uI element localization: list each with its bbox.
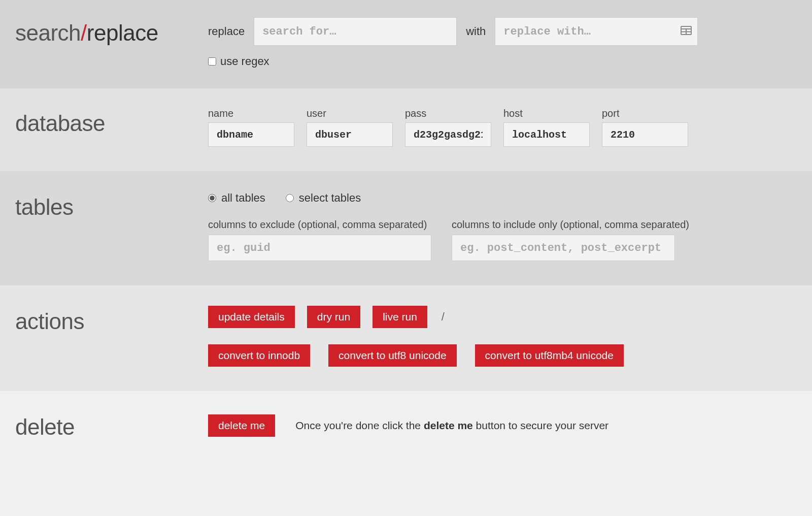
db-name-input[interactable] bbox=[208, 122, 294, 147]
db-field-port: port bbox=[602, 108, 688, 147]
db-field-user: user bbox=[307, 108, 393, 147]
logo-slash: / bbox=[81, 20, 87, 45]
section-actions: actions update details dry run live run … bbox=[0, 285, 812, 391]
regex-checkbox[interactable] bbox=[208, 57, 216, 66]
section-tables: tables all tables select tables columns … bbox=[0, 171, 812, 285]
include-input[interactable] bbox=[452, 235, 675, 261]
exclude-label: columns to exclude (optional, comma sepa… bbox=[208, 219, 431, 231]
db-field-name: name bbox=[208, 108, 294, 147]
database-title: database bbox=[15, 108, 208, 147]
regex-label: use regex bbox=[220, 55, 269, 68]
db-name-label: name bbox=[208, 108, 294, 119]
search-input[interactable] bbox=[254, 17, 457, 46]
exclude-input[interactable] bbox=[208, 235, 431, 261]
section-delete: delete delete me Once you're done click … bbox=[0, 391, 812, 470]
actions-separator: / bbox=[439, 310, 447, 324]
delete-instruction: Once you're done click the delete me but… bbox=[295, 420, 608, 432]
logo-search-text: search bbox=[15, 20, 81, 45]
replace-input-wrap bbox=[495, 17, 698, 46]
db-port-label: port bbox=[602, 108, 688, 119]
include-block: columns to include only (optional, comma… bbox=[452, 219, 689, 261]
db-port-input[interactable] bbox=[602, 122, 688, 147]
replace-input[interactable] bbox=[495, 17, 698, 46]
logo: search/replace bbox=[15, 17, 208, 68]
db-field-pass: pass bbox=[405, 108, 491, 147]
form-icon[interactable] bbox=[681, 25, 692, 38]
exclude-block: columns to exclude (optional, comma sepa… bbox=[208, 219, 431, 261]
tables-title: tables bbox=[15, 191, 208, 261]
section-search-replace: search/replace replace with use regex bbox=[0, 0, 812, 88]
logo-replace-text: replace bbox=[87, 20, 158, 45]
select-tables-label: select tables bbox=[299, 191, 361, 205]
actions-title: actions bbox=[15, 306, 208, 367]
with-label: with bbox=[466, 25, 486, 38]
db-host-label: host bbox=[503, 108, 590, 119]
db-user-input[interactable] bbox=[307, 122, 393, 147]
section-database: database name user pass host port bbox=[0, 88, 812, 171]
delete-title: delete bbox=[15, 411, 208, 440]
select-tables-radio[interactable] bbox=[286, 194, 294, 202]
convert-utf8-button[interactable]: convert to utf8 unicode bbox=[328, 344, 456, 367]
all-tables-radio[interactable] bbox=[208, 194, 216, 202]
update-details-button[interactable]: update details bbox=[208, 306, 295, 328]
convert-utf8mb4-button[interactable]: convert to utf8mb4 unicode bbox=[475, 344, 624, 367]
live-run-button[interactable]: live run bbox=[373, 306, 427, 328]
db-host-input[interactable] bbox=[503, 122, 590, 147]
delete-me-button[interactable]: delete me bbox=[208, 414, 275, 437]
db-user-label: user bbox=[307, 108, 393, 119]
db-field-host: host bbox=[503, 108, 590, 147]
all-tables-label: all tables bbox=[221, 191, 265, 205]
include-label: columns to include only (optional, comma… bbox=[452, 219, 689, 231]
replace-label: replace bbox=[208, 25, 245, 38]
db-pass-input[interactable] bbox=[405, 122, 491, 147]
dry-run-button[interactable]: dry run bbox=[307, 306, 360, 328]
db-pass-label: pass bbox=[405, 108, 491, 119]
convert-innodb-button[interactable]: convert to innodb bbox=[208, 344, 310, 367]
